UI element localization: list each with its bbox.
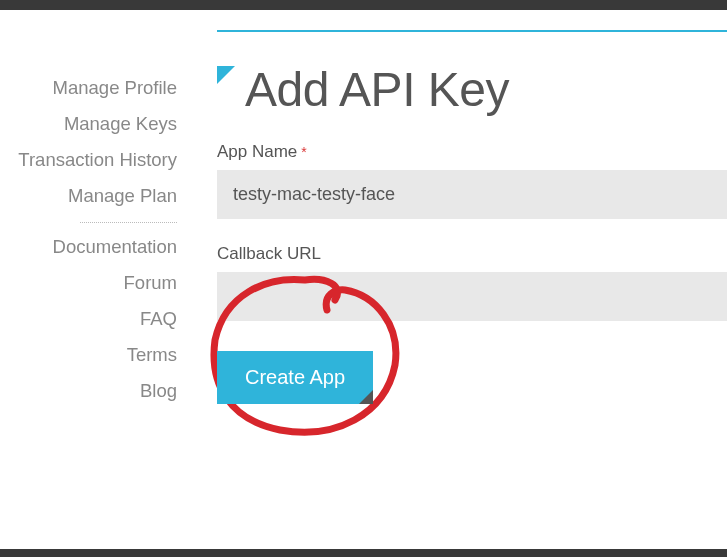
top-bar: [0, 0, 727, 10]
form-group-app-name: App Name *: [217, 142, 727, 219]
required-indicator: *: [301, 144, 306, 160]
sidebar-item-forum[interactable]: Forum: [0, 265, 177, 301]
sidebar-nav: Manage Profile Manage Keys Transaction H…: [0, 10, 195, 547]
sidebar-item-manage-keys[interactable]: Manage Keys: [0, 106, 177, 142]
sidebar-item-transaction-history[interactable]: Transaction History: [0, 142, 177, 178]
page-title: Add API Key: [245, 62, 509, 117]
sidebar-item-documentation[interactable]: Documentation: [0, 229, 177, 265]
sidebar-item-manage-profile[interactable]: Manage Profile: [0, 70, 177, 106]
sidebar-divider: [80, 222, 177, 223]
sidebar-item-faq[interactable]: FAQ: [0, 301, 177, 337]
app-name-label: App Name: [217, 142, 297, 162]
create-app-button[interactable]: Create App: [217, 351, 373, 404]
sidebar-item-blog[interactable]: Blog: [0, 373, 177, 409]
sidebar-item-manage-plan[interactable]: Manage Plan: [0, 178, 177, 214]
title-marker-icon: [217, 66, 235, 84]
bottom-bar: [0, 549, 727, 557]
main-content: Add API Key App Name * Callback URL Crea…: [195, 10, 727, 547]
sidebar-item-terms[interactable]: Terms: [0, 337, 177, 373]
callback-url-label: Callback URL: [217, 244, 321, 264]
accent-line: [217, 30, 727, 32]
callback-url-input[interactable]: [217, 272, 727, 321]
form-group-callback-url: Callback URL: [217, 244, 727, 321]
app-name-input[interactable]: [217, 170, 727, 219]
